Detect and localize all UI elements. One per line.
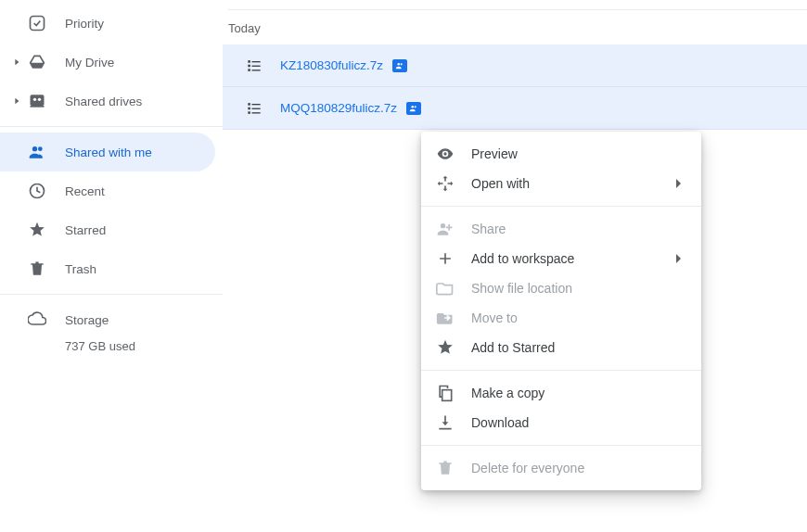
svg-point-23 xyxy=(415,106,416,108)
sidebar-label: Shared drives xyxy=(65,95,142,108)
shared-with-me-icon xyxy=(26,141,48,163)
svg-rect-19 xyxy=(252,104,261,105)
svg-rect-10 xyxy=(248,69,250,71)
menu-move-to: Move to xyxy=(421,303,701,333)
context-menu: Preview Open with Share Add to workspace… xyxy=(421,132,701,490)
divider xyxy=(228,9,807,10)
svg-rect-17 xyxy=(248,107,250,109)
svg-point-14 xyxy=(398,63,401,66)
sidebar-label: My Drive xyxy=(65,56,114,70)
svg-rect-16 xyxy=(248,103,250,106)
menu-label: Preview xyxy=(471,146,686,161)
menu-label: Download xyxy=(471,415,686,430)
shared-drives-icon xyxy=(26,90,48,112)
storage-icon xyxy=(26,309,48,331)
sidebar-label: Starred xyxy=(65,223,106,237)
copy-icon xyxy=(436,384,455,402)
sidebar-label: Shared with me xyxy=(65,146,152,159)
chevron-right-icon xyxy=(672,251,686,266)
svg-point-15 xyxy=(401,63,403,65)
svg-rect-1 xyxy=(31,95,45,106)
sidebar-item-recent[interactable]: Recent xyxy=(0,171,215,210)
svg-point-25 xyxy=(441,223,445,228)
menu-open-with[interactable]: Open with xyxy=(421,169,701,198)
menu-separator xyxy=(421,445,701,446)
svg-rect-13 xyxy=(252,70,261,70)
menu-separator xyxy=(421,370,701,371)
sidebar-label: Priority xyxy=(65,17,104,31)
menu-label: Add to Starred xyxy=(471,340,686,355)
svg-rect-8 xyxy=(248,60,250,63)
file-name: MQQ180829fulicz.7z xyxy=(280,101,397,115)
sidebar-label: Recent xyxy=(65,184,105,198)
svg-point-5 xyxy=(32,146,37,151)
svg-rect-0 xyxy=(31,17,45,31)
svg-point-22 xyxy=(412,106,415,108)
trash-icon xyxy=(26,258,48,280)
svg-point-24 xyxy=(443,152,446,155)
share-icon xyxy=(436,220,455,238)
file-type-icon xyxy=(245,99,263,118)
menu-add-workspace[interactable]: Add to workspace xyxy=(421,244,701,273)
file-type-icon xyxy=(245,57,263,75)
svg-rect-12 xyxy=(252,65,261,66)
menu-label: Open with xyxy=(471,176,672,191)
divider xyxy=(0,126,223,127)
storage-used-value: 737 GB used xyxy=(65,339,135,353)
svg-rect-4 xyxy=(31,106,45,108)
sidebar-label: Trash xyxy=(65,262,96,276)
menu-label: Show file location xyxy=(471,281,686,296)
svg-point-2 xyxy=(33,98,36,101)
menu-preview[interactable]: Preview xyxy=(421,139,701,169)
svg-rect-21 xyxy=(252,112,261,113)
file-row[interactable]: KZ180830fulicz.7z xyxy=(223,44,807,87)
menu-make-copy[interactable]: Make a copy xyxy=(421,378,701,408)
menu-label: Move to xyxy=(471,310,686,325)
priority-icon xyxy=(26,12,48,34)
menu-share: Share xyxy=(421,214,701,244)
file-name: KZ180830fulicz.7z xyxy=(280,58,383,72)
sidebar: Priority My Drive Shared drives xyxy=(0,0,223,532)
menu-label: Share xyxy=(471,222,686,236)
menu-add-starred[interactable]: Add to Starred xyxy=(421,333,701,362)
svg-rect-26 xyxy=(442,390,452,401)
menu-label: Add to workspace xyxy=(471,251,672,266)
folder-icon xyxy=(436,279,455,298)
expand-caret-icon[interactable] xyxy=(11,58,22,66)
download-icon xyxy=(436,413,455,432)
menu-delete: Delete for everyone xyxy=(421,453,701,483)
my-drive-icon xyxy=(26,51,48,73)
menu-label: Make a copy xyxy=(471,386,686,400)
open-with-icon xyxy=(436,174,455,193)
svg-rect-9 xyxy=(248,64,250,67)
shared-badge-icon xyxy=(392,59,407,72)
svg-rect-20 xyxy=(252,108,261,108)
sidebar-item-shared-with-me[interactable]: Shared with me xyxy=(0,133,215,171)
svg-point-3 xyxy=(38,98,41,101)
menu-download[interactable]: Download xyxy=(421,408,701,437)
sidebar-item-trash[interactable]: Trash xyxy=(0,249,215,288)
shared-badge-icon xyxy=(406,102,421,115)
section-label-today: Today xyxy=(228,21,807,35)
preview-icon xyxy=(436,145,455,163)
file-row[interactable]: MQQ180829fulicz.7z xyxy=(223,87,807,130)
sidebar-item-priority[interactable]: Priority xyxy=(0,4,215,43)
divider xyxy=(0,294,223,295)
starred-icon xyxy=(26,219,48,241)
recent-icon xyxy=(26,180,48,202)
sidebar-item-shared-drives[interactable]: Shared drives xyxy=(0,82,215,120)
add-icon xyxy=(436,249,455,268)
menu-show-location: Show file location xyxy=(421,273,701,303)
sidebar-label: Storage xyxy=(65,313,109,327)
menu-label: Delete for everyone xyxy=(471,461,686,475)
expand-caret-icon[interactable] xyxy=(11,97,22,105)
move-to-icon xyxy=(436,309,455,327)
svg-point-6 xyxy=(38,146,43,151)
sidebar-item-starred[interactable]: Starred xyxy=(0,210,215,249)
menu-separator xyxy=(421,206,701,207)
sidebar-item-my-drive[interactable]: My Drive xyxy=(0,43,215,82)
trash-icon xyxy=(436,459,455,477)
svg-rect-11 xyxy=(252,61,261,62)
svg-rect-18 xyxy=(248,111,250,114)
storage-used: 737 GB used xyxy=(0,334,215,358)
